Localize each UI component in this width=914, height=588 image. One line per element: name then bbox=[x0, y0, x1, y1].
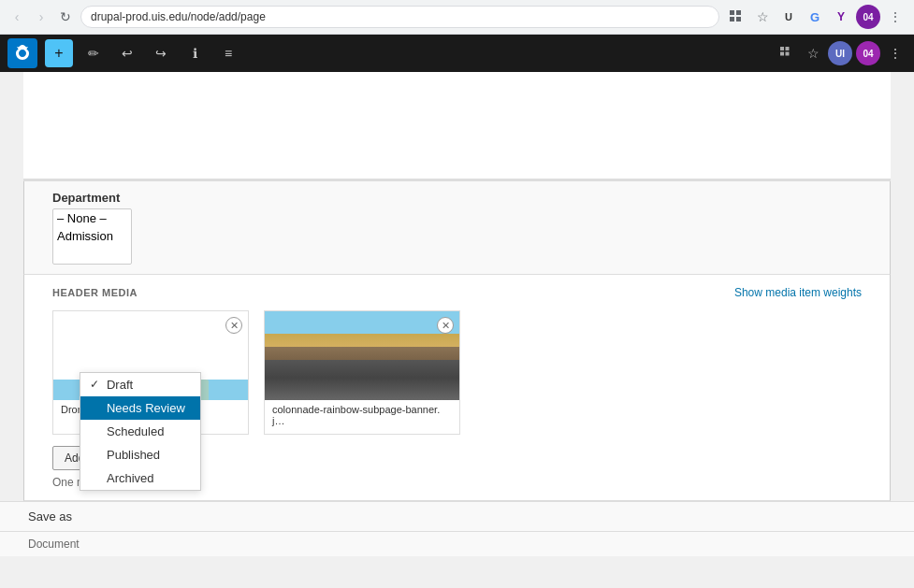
document-bar: Document bbox=[0, 531, 914, 556]
drupal-logo[interactable] bbox=[7, 38, 37, 68]
svg-rect-1 bbox=[736, 10, 741, 15]
department-label: Department bbox=[52, 191, 862, 205]
dropdown-item-archived[interactable]: Archived bbox=[80, 466, 200, 490]
edit-icon[interactable]: ✏ bbox=[80, 40, 107, 66]
draft-checkmark: ✓ bbox=[90, 378, 103, 391]
svg-rect-4 bbox=[780, 47, 784, 50]
refresh-button[interactable]: ↻ bbox=[56, 7, 75, 26]
apps-icon[interactable]: ​ bbox=[725, 6, 747, 28]
save-as-label: Save as bbox=[28, 509, 72, 523]
media-item-close-1[interactable]: ✕ bbox=[225, 317, 242, 334]
back-button[interactable]: ‹ bbox=[7, 7, 26, 26]
admin-more-icon[interactable]: ⋮ bbox=[884, 42, 907, 65]
dropdown-item-scheduled[interactable]: Scheduled bbox=[80, 420, 200, 443]
drupal-admin-bar: + ✏ ↩ ↪ ℹ ≡ ☆ UI 04 ⋮ bbox=[0, 35, 914, 72]
dropdown-item-needs-review[interactable]: Needs Review bbox=[80, 396, 200, 420]
svg-rect-6 bbox=[780, 52, 784, 56]
department-select[interactable]: – None – Admission bbox=[52, 208, 132, 265]
dept-option-admission[interactable]: Admission bbox=[53, 227, 131, 245]
svg-rect-2 bbox=[730, 17, 734, 22]
dropdown-item-published[interactable]: Published bbox=[80, 443, 200, 466]
thumb-colonnade-image bbox=[265, 311, 459, 400]
dept-option-none[interactable]: – None – bbox=[53, 209, 131, 227]
dropdown-item-draft[interactable]: ✓ Draft bbox=[80, 373, 200, 396]
google-icon[interactable]: G bbox=[804, 6, 826, 28]
section-header: HEADER MEDIA Show media item weights bbox=[52, 286, 862, 299]
media-thumbnail-2 bbox=[265, 311, 459, 400]
scheduled-label: Scheduled bbox=[107, 424, 164, 438]
yahoo-icon[interactable]: Y bbox=[830, 6, 852, 28]
svg-rect-5 bbox=[786, 47, 790, 50]
add-content-button[interactable]: + bbox=[45, 39, 73, 67]
undo-icon[interactable]: ↩ bbox=[114, 40, 140, 66]
admin-menu-icon[interactable]: ≡ bbox=[215, 40, 241, 66]
forward-button[interactable]: › bbox=[32, 7, 51, 26]
browser-chrome: ‹ › ↻ ​ ☆ U G Y 04 ⋮ bbox=[0, 0, 914, 35]
section-title: HEADER MEDIA bbox=[52, 287, 138, 298]
address-bar[interactable] bbox=[80, 6, 719, 28]
editor-area[interactable] bbox=[23, 72, 891, 179]
page-container: Department – None – Admission HEADER MED… bbox=[0, 72, 914, 588]
media-item-2: ✕ colonnade-rainbow-subpage-banner.j… bbox=[264, 310, 460, 435]
show-weights-link[interactable]: Show media item weights bbox=[734, 286, 862, 299]
menu-icon[interactable]: ⋮ bbox=[884, 6, 907, 28]
draft-label: Draft bbox=[107, 378, 133, 392]
department-section: Department – None – Admission bbox=[23, 181, 891, 275]
bookmark-icon[interactable]: ☆ bbox=[751, 6, 774, 28]
media-filename-2: colonnade-rainbow-subpage-banner.j… bbox=[265, 400, 459, 426]
needs-review-label: Needs Review bbox=[107, 401, 185, 415]
profile-avatar[interactable]: 04 bbox=[856, 41, 880, 65]
admin-star-icon[interactable]: ☆ bbox=[802, 42, 824, 65]
bottom-bar: Save as ✓ Draft Needs Review Scheduled bbox=[0, 501, 914, 531]
uis-icon[interactable]: U bbox=[777, 6, 800, 28]
media-item-close-2[interactable]: ✕ bbox=[437, 317, 454, 334]
redo-icon[interactable]: ↪ bbox=[148, 40, 174, 66]
svg-rect-0 bbox=[730, 10, 734, 15]
published-label: Published bbox=[107, 448, 160, 462]
document-label: Document bbox=[28, 538, 80, 551]
dropdown-menu: ✓ Draft Needs Review Scheduled Published bbox=[80, 372, 201, 491]
info-icon[interactable]: ℹ bbox=[181, 40, 208, 66]
admin-avatar[interactable]: UI bbox=[828, 41, 852, 65]
svg-rect-3 bbox=[736, 17, 741, 22]
admin-apps-icon[interactable] bbox=[776, 42, 798, 65]
svg-rect-7 bbox=[786, 52, 790, 56]
profile-button[interactable]: 04 bbox=[856, 5, 880, 29]
archived-label: Archived bbox=[107, 471, 154, 485]
